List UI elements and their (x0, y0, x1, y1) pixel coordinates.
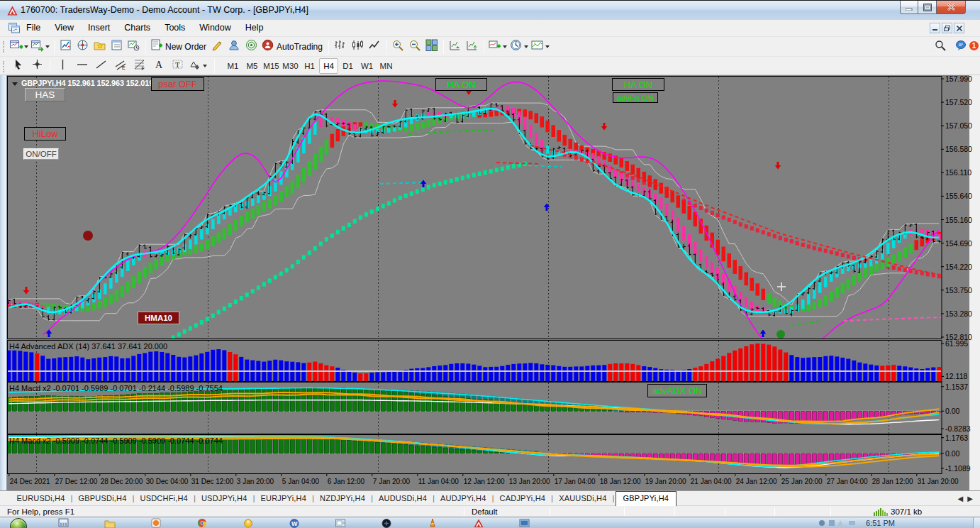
tile-windows-button[interactable] (423, 38, 440, 55)
menu-tools[interactable]: Tools (157, 20, 192, 37)
chart-tab-audusdih4[interactable]: AUDUSDi,H4| (374, 492, 432, 506)
menu-window[interactable]: Window (192, 20, 238, 37)
taskbar-app-word[interactable]: W (286, 518, 303, 528)
experts-button[interactable] (226, 38, 243, 55)
taskbar-app-vlc[interactable] (424, 518, 441, 528)
menu-file[interactable]: File (19, 20, 48, 37)
chart-minimize-button[interactable] (930, 23, 940, 33)
timeframe-h4-button[interactable]: H4 (319, 58, 338, 74)
chart-label-psar[interactable]: psar OFF (151, 77, 204, 91)
taskbar-app-orange-app[interactable] (147, 518, 165, 528)
metaeditor-button[interactable] (209, 38, 226, 55)
chart-close-button[interactable] (954, 23, 964, 33)
indicators-button[interactable] (487, 38, 508, 55)
chart-tab-cadjpyih4[interactable]: CADJPYi,H4| (495, 492, 551, 506)
experts-icon (228, 39, 241, 54)
chart-tab-nzdjpyih4[interactable]: NZDJPYi,H4| (315, 492, 370, 506)
sounds-button[interactable] (243, 38, 260, 55)
chart-label-ha1[interactable]: HA ON (435, 78, 487, 91)
crosshair-button[interactable] (28, 57, 47, 75)
chart-shift-button[interactable] (464, 38, 481, 55)
timeframe-w1-button[interactable]: W1 (357, 58, 377, 74)
menu-insert[interactable]: Insert (81, 20, 117, 37)
menu-view[interactable]: View (48, 20, 81, 37)
chart-tab-gbpusdih4[interactable]: GBPUSDi,H4| (74, 492, 132, 506)
chart-tab-xauusdih4[interactable]: XAUUSDi,H4| (554, 492, 611, 506)
tab-scroll-arrows[interactable]: ◀▶ (958, 495, 977, 502)
timeframe-m1-button[interactable]: M1 (223, 58, 243, 74)
notifications-button[interactable]: 1 (953, 38, 970, 55)
chart-restore-button[interactable] (942, 23, 952, 33)
collapse-triangle-icon[interactable] (12, 82, 18, 86)
timeframe-h1-button[interactable]: H1 (300, 58, 319, 74)
cursor-button[interactable] (9, 57, 28, 75)
taskbar-app-mt4[interactable] (470, 518, 487, 528)
timeframe-m5-button[interactable]: M5 (243, 58, 262, 74)
status-profile[interactable]: Default (472, 507, 497, 517)
chart-label-advfo[interactable]: advFo ON (613, 92, 658, 103)
data-window-button[interactable] (108, 38, 126, 55)
taskbar-clock[interactable]: 6:51 PM (866, 519, 895, 527)
taskbar-app-media-app[interactable] (378, 518, 395, 528)
shapes-button[interactable] (187, 57, 208, 75)
taskbar-app-calculator[interactable] (55, 518, 72, 528)
chart-tab-eurusdih4[interactable]: EURUSDi,H4| (12, 492, 70, 506)
auto-scroll-button[interactable] (447, 38, 464, 55)
taskbar-app-mail-app[interactable] (332, 518, 349, 528)
timeframe-mn-button[interactable]: MN (377, 58, 396, 74)
new-chart-button[interactable] (9, 38, 30, 55)
chart-tab-usdchfih4[interactable]: USDCHFi,H4| (135, 492, 193, 506)
autotrading-button[interactable]: AutoTrading (260, 38, 325, 55)
window-maximize-button[interactable] (918, 1, 937, 14)
chart-label-advadx[interactable]: advADX ON (647, 384, 707, 397)
zoom-out-button[interactable] (406, 38, 423, 55)
chart-tab-usdjpyih4[interactable]: USDJPYi,H4| (196, 492, 252, 506)
chart-canvas[interactable]: 157.990157.520157.050156.580156.110155.6… (0, 75, 976, 490)
chart-label-has[interactable]: HAS (25, 88, 65, 101)
toolbar-grip[interactable] (3, 41, 6, 53)
vline-button[interactable] (53, 57, 72, 75)
chart-line-button[interactable] (366, 38, 383, 55)
chart-label-hma10[interactable]: HMA10 (138, 312, 179, 324)
show-desktop-button[interactable] (973, 517, 980, 528)
zoom-in-button[interactable] (389, 38, 406, 55)
toolbar-grip[interactable] (3, 61, 6, 72)
chart-tab-gbpjpyih4[interactable]: GBPJPYi,H4 (616, 491, 677, 506)
taskbar-app-yellow-app[interactable] (240, 518, 257, 528)
chart-window-icon (9, 23, 20, 33)
text-button[interactable]: A (149, 57, 168, 75)
channel-button[interactable]: E (111, 57, 130, 75)
periods-button[interactable] (508, 38, 530, 55)
chart-label-ha2[interactable]: HA ON (612, 78, 664, 91)
search-button[interactable] (932, 38, 949, 55)
menu-charts[interactable]: Charts (117, 20, 157, 37)
templates-button[interactable] (530, 38, 551, 55)
strategy-tester-button[interactable] (126, 38, 143, 55)
label-button[interactable]: T (168, 57, 187, 75)
menu-help[interactable]: Help (238, 20, 271, 37)
timeframe-m15-button[interactable]: M15 (262, 58, 281, 74)
timeframe-d1-button[interactable]: D1 (338, 58, 357, 74)
market-watch-button[interactable] (57, 38, 74, 55)
start-button[interactable] (10, 518, 27, 528)
hline-button[interactable] (72, 57, 91, 75)
window-close-button[interactable] (937, 1, 966, 14)
tray-icons[interactable] (818, 519, 860, 527)
fibonacci-button[interactable]: F (130, 57, 149, 75)
chart-tab-eurjpyih4[interactable]: EURJPYi,H4| (256, 492, 312, 506)
profiles-button[interactable] (30, 38, 51, 55)
chart-bars-button[interactable] (332, 38, 349, 55)
trendline-button[interactable] (91, 57, 111, 75)
chart-candles-button[interactable] (349, 38, 366, 55)
chart-tab-audjpyih4[interactable]: AUDJPYi,H4| (435, 492, 491, 506)
window-minimize-button[interactable] (900, 1, 918, 14)
chart-label-hilow[interactable]: HiLow (24, 127, 66, 141)
new-order-button[interactable]: New Order (149, 38, 209, 55)
navigator-button[interactable] (74, 38, 91, 55)
taskbar-app-chrome[interactable] (194, 518, 211, 528)
taskbar-app-folder[interactable] (101, 518, 118, 528)
chart-label-onoff[interactable]: ON/OFF (23, 148, 59, 160)
timeframe-m30-button[interactable]: M30 (281, 58, 300, 74)
favorites-button[interactable] (91, 38, 108, 55)
taskbar-app-remote-window[interactable] (516, 518, 533, 528)
